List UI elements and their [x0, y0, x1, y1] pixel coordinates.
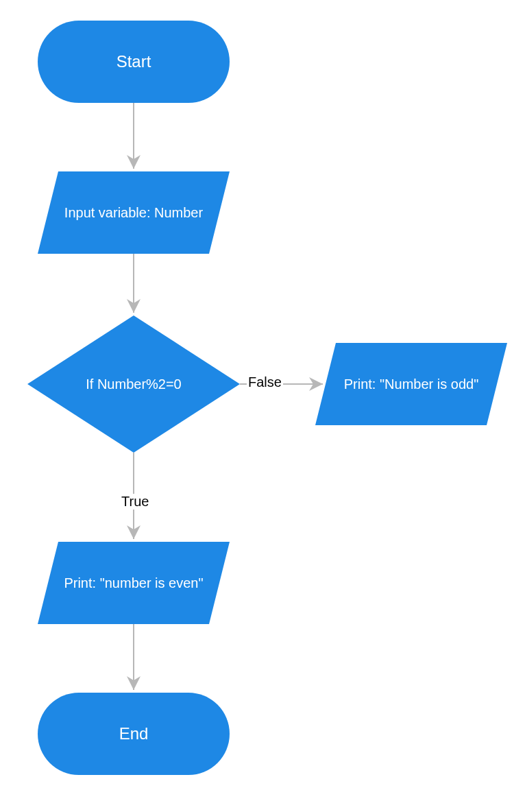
- start-node: [38, 21, 230, 103]
- input-node: [38, 171, 230, 254]
- edge-label-true: True: [120, 494, 150, 510]
- end-node: [38, 693, 230, 775]
- decision-node: [27, 315, 240, 453]
- edge-label-false: False: [247, 374, 283, 390]
- print-even-node: [38, 542, 230, 624]
- print-odd-node: [315, 343, 507, 425]
- flowchart-canvas: [0, 0, 525, 812]
